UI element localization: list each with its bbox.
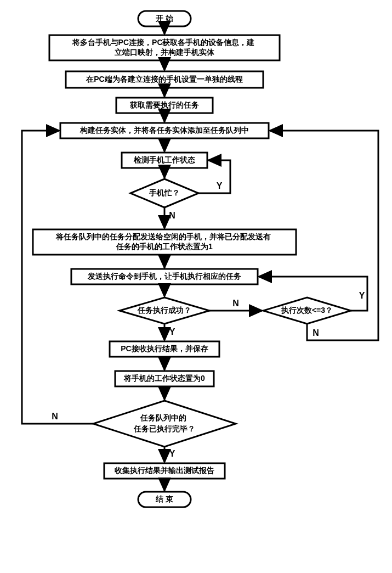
edge-label-y4: Y — [169, 449, 175, 458]
process-s4-text: 构建任务实体，并将各任务实体添加至任务队列中 — [79, 126, 249, 134]
edge-label-y3: Y — [359, 291, 365, 300]
edge-label-y1: Y — [217, 181, 223, 190]
edge-label-n1: N — [169, 211, 175, 220]
edge-label-y2: Y — [169, 327, 175, 336]
process-s5-text: 检测手机工作状态 — [133, 155, 195, 164]
process-s2-text: 在PC端为各建立连接的手机设置一单独的线程 — [86, 75, 242, 83]
edge-label-n3: N — [313, 328, 319, 338]
decision-d1-text: 手机忙？ — [149, 188, 180, 197]
decision-d2-text: 任务执行成功？ — [137, 306, 191, 314]
process-s10-text: 收集执行结果并输出测试报告 — [115, 466, 214, 475]
decision-d3-text: 执行次数<=3？ — [281, 306, 333, 314]
flowchart-diagram: 开 始 将多台手机与PC连接，PC获取各手机的设备信息，建 立端口映射，并构建手… — [0, 0, 392, 573]
process-s8-text: PC接收执行结果，并保存 — [121, 344, 208, 353]
edge-label-n4: N — [52, 412, 58, 421]
edge-label-n2: N — [232, 299, 239, 308]
process-s3-text: 获取需要执行的任务 — [129, 100, 199, 109]
process-s9-text: 将手机的工作状态置为0 — [123, 374, 205, 383]
process-s7-text: 发送执行命令到手机，让手机执行相应的任务 — [87, 272, 241, 280]
terminator-start-text: 开 始 — [155, 14, 174, 23]
terminator-end-text: 结 束 — [155, 495, 173, 503]
